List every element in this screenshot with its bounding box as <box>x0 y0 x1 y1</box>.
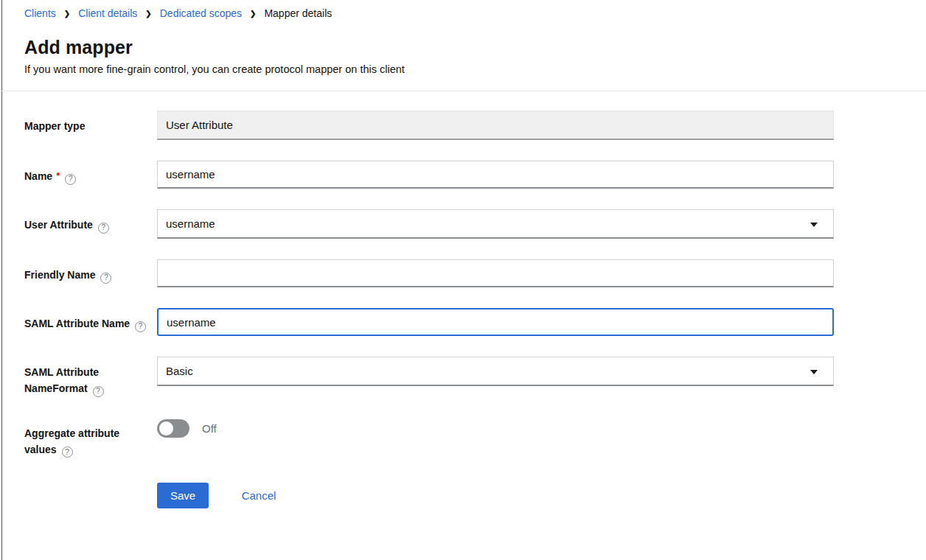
label-user-attribute: User Attribute? <box>24 209 157 234</box>
label-text: SAML Attribute Name <box>24 318 130 329</box>
label-saml-attribute-name: SAML Attribute Name? <box>24 308 157 332</box>
form-row-friendly-name: Friendly Name? <box>24 259 926 287</box>
label-text: Mapper type <box>24 120 85 132</box>
add-mapper-form: Mapper type Name*? User Attribute? usern… <box>24 91 926 508</box>
label-text: Name <box>24 170 52 182</box>
label-text: User Attribute <box>24 219 93 231</box>
breadcrumb-link-clients[interactable]: Clients <box>24 7 56 19</box>
required-indicator: * <box>56 170 60 181</box>
saml-attribute-nameformat-select[interactable]: Basic <box>157 357 834 386</box>
mapper-details-page: Clients ❯ Client details ❯ Dedicated sco… <box>1 0 926 560</box>
form-row-user-attribute: User Attribute? username <box>24 209 926 239</box>
form-row-name: Name*? <box>24 161 926 189</box>
page-title: Add mapper <box>24 37 926 58</box>
label-saml-attribute-nameformat: SAML Attribute NameFormat? <box>24 357 157 397</box>
label-text: SAML Attribute NameFormat <box>24 366 99 394</box>
help-icon[interactable]: ? <box>135 321 146 332</box>
select-value: username <box>166 217 215 230</box>
form-row-saml-attribute-nameformat: SAML Attribute NameFormat? Basic <box>24 357 926 397</box>
form-row-aggregate-attribute-values: Aggregate attribute values? Off <box>24 418 926 458</box>
label-friendly-name: Friendly Name? <box>24 259 157 284</box>
label-aggregate-attribute-values: Aggregate attribute values? <box>24 418 157 458</box>
mapper-type-input <box>157 111 834 140</box>
chevron-right-icon: ❯ <box>64 9 70 18</box>
caret-down-icon <box>810 370 818 374</box>
saml-attribute-name-input[interactable] <box>157 308 834 336</box>
toggle-knob-icon <box>159 421 173 435</box>
form-row-saml-attribute-name: SAML Attribute Name? <box>24 308 926 336</box>
help-icon[interactable]: ? <box>65 174 76 185</box>
friendly-name-input[interactable] <box>157 259 834 287</box>
user-attribute-select[interactable]: username <box>157 209 834 239</box>
toggle-state-label: Off <box>202 422 217 435</box>
label-name: Name*? <box>24 161 157 185</box>
aggregate-attribute-values-toggle[interactable] <box>157 419 189 438</box>
help-icon[interactable]: ? <box>98 223 109 234</box>
chevron-right-icon: ❯ <box>145 9 151 18</box>
help-icon[interactable]: ? <box>93 386 104 397</box>
caret-down-icon <box>810 223 818 227</box>
label-text: Friendly Name <box>24 269 95 281</box>
help-icon[interactable]: ? <box>62 447 73 458</box>
breadcrumb-link-client-details[interactable]: Client details <box>78 7 137 19</box>
cancel-link[interactable]: Cancel <box>242 489 276 502</box>
page-description: If you want more fine-grain control, you… <box>24 63 926 75</box>
name-input[interactable] <box>157 161 834 189</box>
breadcrumb-link-dedicated-scopes[interactable]: Dedicated scopes <box>160 7 242 19</box>
form-row-mapper-type: Mapper type <box>24 111 926 140</box>
form-actions: Save Cancel <box>24 483 926 508</box>
breadcrumb: Clients ❯ Client details ❯ Dedicated sco… <box>24 7 926 19</box>
chevron-right-icon: ❯ <box>250 9 256 18</box>
label-mapper-type: Mapper type <box>24 111 157 134</box>
save-button[interactable]: Save <box>157 483 209 508</box>
breadcrumb-current-mapper-details: Mapper details <box>264 7 332 19</box>
select-value: Basic <box>166 365 193 377</box>
help-icon[interactable]: ? <box>100 273 111 284</box>
